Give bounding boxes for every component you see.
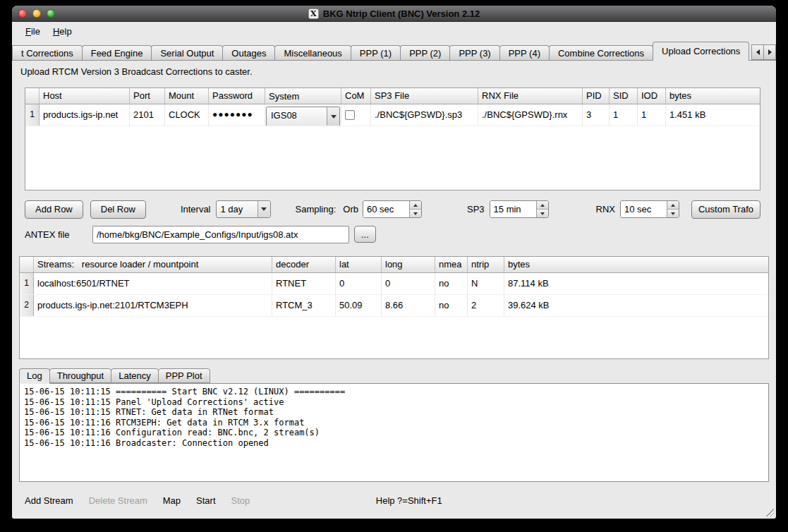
add-row-button[interactable]: Add Row [25,200,83,219]
cell-lat: 50.09 [336,295,382,316]
antex-file-input[interactable] [92,226,349,243]
start-button[interactable]: Start [196,495,215,506]
tab-throughput[interactable]: Throughput [49,368,112,383]
custom-trafo-button[interactable]: Custom Trafo [691,200,760,219]
close-window-button[interactable] [18,9,27,18]
tab-upload-corrections[interactable]: Upload Corrections [653,42,749,61]
spin-buttons [409,201,421,217]
chevron-right-icon [768,49,772,55]
tab-ppp-1[interactable]: PPP (1) [351,45,401,61]
spin-up-button[interactable] [667,201,679,210]
map-button[interactable]: Map [163,495,181,506]
window-controls [18,9,55,18]
upload-corrections-panel: Upload RTCM Version 3 Broadcast Correcti… [12,61,776,519]
cell-port[interactable]: 2101 [130,104,165,126]
cell-bytes: 39.624 kB [504,295,768,316]
upload-table-header: Host Port Mount Password System CoM SP3 … [25,88,760,104]
com-checkbox[interactable] [345,110,355,120]
sp3-sampling-spinbox[interactable]: 15 min [490,200,549,218]
cell-password[interactable]: ●●●●●●● [209,104,265,126]
spin-buttons [667,201,679,217]
spin-down-button[interactable] [667,210,679,217]
log-line: 15-06-15 10:11:16 Broadcaster: Connectio… [24,438,764,449]
delete-stream-button[interactable]: Delete Stream [89,495,147,506]
col-header-host: Host [40,88,130,104]
cell-sid[interactable]: 1 [610,104,638,126]
app-window: X BKG Ntrip Client (BNC) Version 2.12 Fi… [12,6,776,519]
panel-description: Upload RTCM Version 3 Broadcast Correcti… [20,66,769,78]
upload-corrections-table: Host Port Mount Password System CoM SP3 … [25,87,760,191]
cell-rnx-file[interactable]: ./BNC${GPSWD}.rnx [478,104,583,126]
tab-ppp-2[interactable]: PPP (2) [400,45,450,61]
help-shortcut-label: Help ?=Shift+F1 [376,495,442,506]
menu-help[interactable]: Help [47,24,78,39]
antex-row: ANTEX file ... [25,225,760,243]
menu-file[interactable]: File [19,24,47,39]
spin-down-button[interactable] [537,210,548,217]
tab-broadcast-corrections[interactable]: t Corrections [12,45,83,61]
tab-serial-output[interactable]: Serial Output [151,45,223,61]
cell-long: 0 [382,273,435,294]
stop-button[interactable]: Stop [231,495,250,506]
chevron-down-icon [257,201,270,217]
tab-scroll-buttons [752,44,776,60]
col-header-iod: IOD [638,88,666,104]
sp3-label: SP3 [467,204,485,214]
stream-row[interactable]: 1 localhost:6501/RTNET RTNET 0 0 no N 87… [20,273,768,295]
rnx-sampling-value: 10 sec [621,201,667,217]
col-header-mount: Mount [165,88,209,104]
main-tabbar: t Corrections Feed Engine Serial Output … [12,40,776,61]
row-header: 2 [20,295,34,316]
col-header-ntrip: ntrip [468,257,504,272]
cell-sp3-file[interactable]: ./BNC${GPSWD}.sp3 [371,104,478,126]
spin-down-button[interactable] [410,210,421,217]
zoom-window-button[interactable] [47,9,55,18]
tab-log[interactable]: Log [19,368,50,384]
del-row-button[interactable]: Del Row [90,200,146,219]
sampling-label: Sampling: [296,204,337,214]
upload-controls: Add Row Del Row Interval 1 day Sampling:… [25,200,760,219]
orb-sampling-spinbox[interactable]: 60 sec [363,200,422,218]
col-header-pid: PID [583,88,610,104]
tab-miscellaneous[interactable]: Miscellaneous [274,45,351,61]
browse-button[interactable]: ... [354,226,376,243]
cell-iod[interactable]: 1 [638,104,666,126]
tab-ppp-3[interactable]: PPP (3) [449,45,499,61]
log-line: 15-06-15 10:11:15 ========== Start BNC v… [24,387,764,397]
spin-up-button[interactable] [410,201,421,210]
tab-scroll-left-button[interactable] [751,44,764,60]
titlebar[interactable]: X BKG Ntrip Client (BNC) Version 2.12 [12,6,776,22]
cell-mount[interactable]: CLOCK [165,104,209,126]
log-output[interactable]: 15-06-15 10:11:15 ========== Start BNC v… [19,383,769,482]
spin-up-button[interactable] [537,201,548,210]
tab-ppp-4[interactable]: PPP (4) [499,45,550,61]
col-header-password: Password [209,88,265,104]
cell-pid[interactable]: 3 [583,104,610,126]
rnx-sampling-spinbox[interactable]: 10 sec [620,200,679,218]
cell-nmea: no [435,295,468,316]
chevron-left-icon [756,49,760,55]
tab-ppp-plot[interactable]: PPP Plot [158,368,210,383]
interval-label: Interval [181,204,211,214]
tab-latency[interactable]: Latency [111,368,159,383]
log-line: 15-06-15 10:11:16 RTCM3EPH: Get data in … [24,418,764,428]
sp3-sampling-value: 15 min [490,201,536,217]
system-combobox[interactable]: IGS08 [266,107,340,126]
interval-combobox[interactable]: 1 day [216,200,271,218]
cell-mountpoint: localhost:6501/RTNET [34,273,272,294]
add-stream-button[interactable]: Add Stream [25,495,73,506]
bottom-tabbar: Log Throughput Latency PPP Plot [19,368,769,383]
tab-scroll-right-button[interactable] [763,44,776,60]
tab-combine-corrections[interactable]: Combine Corrections [549,45,653,61]
streams-table-header: Streams: resource loader / mountpoint de… [20,257,768,273]
x11-app-icon: X [308,8,319,19]
tab-outages[interactable]: Outages [222,45,275,61]
cell-host[interactable]: products.igs-ip.net [40,104,130,126]
tab-feed-engine[interactable]: Feed Engine [82,45,152,61]
streams-table: Streams: resource loader / mountpoint de… [19,256,769,359]
col-header-decoder: decoder [272,257,336,272]
stream-row[interactable]: 2 products.igs-ip.net:2101/RTCM3EPH RTCM… [20,295,768,317]
col-header-sid: SID [610,88,638,104]
minimize-window-button[interactable] [32,9,41,18]
row-header: 1 [25,104,40,126]
